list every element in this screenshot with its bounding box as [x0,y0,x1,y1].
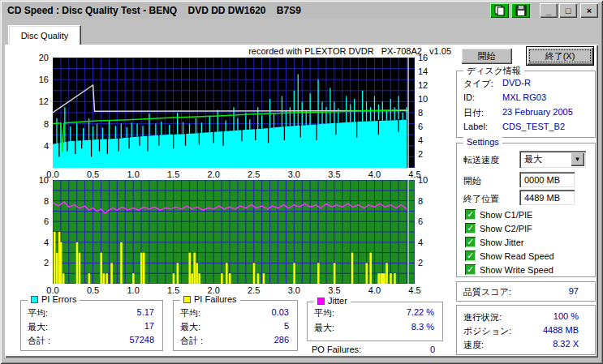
stat-value: 5.17 [137,307,154,317]
quality-chart-top [53,58,415,168]
axis-tick-label: 3.0 [282,285,306,295]
show-read-speed-label: Show Read Speed [480,251,554,261]
axis-tick-label: 3.0 [282,169,306,179]
show-c1-pie-checkbox[interactable]: ✓ [465,209,476,220]
po-failures-value: 0 [430,345,435,354]
axis-tick-label: 2.5 [242,285,266,295]
info-value: CDS_TEST_B2 [502,122,565,131]
axis-tick-label: 12 [418,80,442,90]
axis-tick-label: 3.5 [322,169,347,179]
axis-tick-label: 16 [418,53,442,62]
quality-score-label: 品質スコア: [463,286,511,298]
show-c2-pif-checkbox[interactable]: ✓ [465,223,476,233]
axis-tick-label: 10 [418,175,442,185]
focus-ring [529,49,591,62]
stat-value: 8.3 % [411,322,434,332]
save-button[interactable] [511,3,530,18]
axis-tick-label: 4 [21,238,49,247]
quality-score-panel: 品質スコア:97 [456,281,596,302]
check-icon: ✓ [467,251,474,260]
show-write-speed-label: Show Write Speed [480,265,553,275]
axis-tick-label: 12 [21,96,49,106]
chevron-down-icon[interactable]: ▼ [571,152,584,166]
stat-label: 平均: [180,307,200,319]
settings-title: Settings [463,137,502,147]
stat-label: 合計 : [180,335,203,347]
end-pos-field[interactable]: 4489 MB [519,190,575,205]
info-label: Label: [463,122,488,131]
axis-tick-label: 2.5 [242,169,266,179]
transfer-speed-select[interactable]: 最大 ▼ [519,151,586,168]
axis-tick-label: 10 [418,94,442,104]
axis-tick-label: 2 [418,258,442,268]
info-label: タイプ: [463,78,493,90]
axis-tick-label: 4.5 [403,285,427,295]
show-write-speed-checkbox[interactable]: ✓ [465,264,476,275]
show-c2-pif-label: Show C2/PIF [480,224,532,233]
stat-value: 0.03 [272,307,289,317]
save-icon [515,5,527,16]
axis-tick-label: 4 [418,135,442,145]
stat-label: 最大: [28,321,48,333]
start-pos-field[interactable]: 0000 MB [519,172,575,187]
stat-label: 平均: [314,307,334,319]
stat-value: 7.22 % [407,307,434,317]
stat-label: 平均: [28,307,48,319]
axis-tick-label: 8 [21,119,49,129]
check-icon: ✓ [467,209,474,219]
progress-value: 100 % [553,311,579,321]
end-pos-value: 4489 MB [524,193,560,203]
disc-quality-page: recorded with PLEXTOR DVDR PX-708A2 v1.0… [5,45,598,358]
close-button[interactable]: × [580,3,598,18]
app-window: CD Speed : Disc Quality Test - BENQ DVD … [0,0,603,364]
info-label: ID: [463,92,475,102]
stat-value: 286 [274,335,289,345]
start-pos-value: 0000 MB [524,175,560,185]
maximize-button[interactable]: □ [559,3,577,18]
pi-errors-panel: PI Errors 平均:5.17 最大:17 合計 :57248 [20,300,163,351]
progress-panel: 進行状況:100 % ポジション:4488 MB 速度:8.32 X [456,305,596,355]
start-pos-label: 開始 [463,175,481,187]
show-jitter-label: Show Jitter [480,238,523,247]
title-bar: CD Speed : Disc Quality Test - BENQ DVD … [2,2,601,19]
copy-button[interactable] [490,3,509,18]
info-label: 日付: [463,107,484,119]
axis-tick-label: 2 [418,149,442,159]
pi-failures-title: PI Failures [194,294,237,304]
exit-button[interactable]: 終了(X) [526,46,594,66]
axis-tick-label: 1.5 [162,169,186,179]
start-button[interactable]: 開始 [461,48,512,64]
show-read-speed-checkbox[interactable]: ✓ [465,251,476,261]
stat-value: 17 [144,321,154,331]
stat-label: 最大: [180,321,200,333]
axis-tick-label: 4 [418,238,442,247]
speed-label: 速度: [463,339,484,351]
axis-tick-label: 0.5 [81,285,106,295]
show-jitter-checkbox[interactable]: ✓ [465,237,476,247]
axis-tick-label: 20 [21,53,49,62]
copy-icon [494,5,506,16]
stat-value: 57248 [129,335,154,345]
window-title: CD Speed : Disc Quality Test - BENQ DVD … [2,5,488,16]
show-c1-pie-label: Show C1/PIE [480,210,532,220]
position-label: ポジション: [463,325,511,337]
po-failures-label: PO Failures: [312,345,361,354]
tab-disc-quality[interactable]: Disc Quality [8,25,81,45]
axis-tick-label: 16 [21,75,49,84]
axis-tick-label: 2 [21,258,49,268]
end-pos-label: 終了位置 [463,193,499,205]
stat-label: 最大: [314,322,334,334]
axis-tick-label: 8 [418,196,442,206]
axis-tick-label: 0.5 [81,169,106,179]
axis-tick-label: 4.0 [362,285,386,295]
check-icon: ✓ [467,264,474,274]
axis-tick-label: 1.0 [121,285,145,295]
axis-tick-label: 6 [418,122,442,131]
check-icon: ✓ [467,223,474,233]
speed-value: 8.32 X [553,339,579,349]
maximize-icon: □ [566,6,571,15]
info-value: DVD-R [502,78,531,88]
check-icon: ✓ [467,237,474,246]
minimize-button[interactable]: _ [540,3,558,18]
stat-value: 5 [284,321,289,331]
